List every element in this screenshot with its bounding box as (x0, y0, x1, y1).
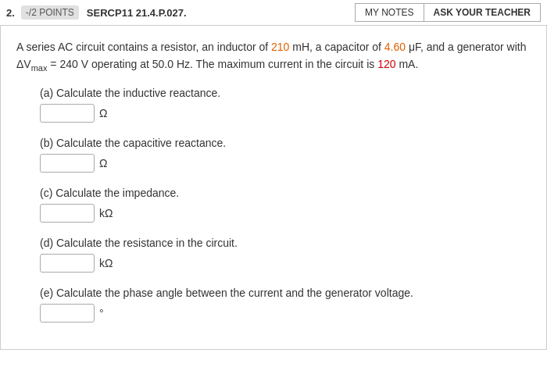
part-b-input-row: Ω (40, 154, 531, 173)
problem-id: SERCP11 21.4.P.027. (87, 7, 355, 19)
part-a-unit: Ω (99, 107, 107, 119)
part-c-label: (c) Calculate the impedance. (40, 187, 531, 199)
part-e: (e) Calculate the phase angle between th… (40, 287, 531, 323)
part-a-label: (a) Calculate the inductive reactance. (40, 87, 531, 99)
capacitor-value: 4.60 (384, 41, 406, 53)
part-a-input-row: Ω (40, 104, 531, 123)
part-d-input-row: kΩ (40, 254, 531, 273)
part-c-unit: kΩ (99, 207, 113, 219)
part-c: (c) Calculate the impedance. kΩ (40, 187, 531, 223)
part-d: (d) Calculate the resistance in the circ… (40, 237, 531, 273)
part-c-input[interactable] (40, 204, 95, 223)
part-b-input[interactable] (40, 154, 95, 173)
part-e-input-row: ° (40, 304, 531, 323)
text-middle: = 240 V operating at 50.0 Hz. The maximu… (47, 58, 377, 70)
problem-number: 2. (6, 7, 15, 19)
part-b: (b) Calculate the capacitive reactance. … (40, 137, 531, 173)
top-bar: 2. -/2 POINTS SERCP11 21.4.P.027. MY NOT… (0, 0, 547, 26)
part-c-input-row: kΩ (40, 204, 531, 223)
content-area: A series AC circuit contains a resistor,… (0, 26, 547, 350)
current-value: 120 (377, 58, 395, 70)
part-d-label: (d) Calculate the resistance in the circ… (40, 237, 531, 249)
points-badge: -/2 POINTS (21, 5, 79, 20)
part-d-input[interactable] (40, 254, 95, 273)
my-notes-button[interactable]: MY NOTES (355, 3, 423, 22)
part-e-input[interactable] (40, 304, 95, 323)
part-e-unit: ° (99, 307, 104, 319)
part-a-input[interactable] (40, 104, 95, 123)
inductor-unit: mH, a capacitor of (289, 41, 384, 53)
problem-text-before: A series AC circuit contains a resistor,… (16, 41, 271, 53)
part-e-label: (e) Calculate the phase angle between th… (40, 287, 531, 299)
current-unit: mA. (396, 58, 419, 70)
part-d-unit: kΩ (99, 257, 113, 269)
problem-text: A series AC circuit contains a resistor,… (16, 38, 531, 76)
part-b-label: (b) Calculate the capacitive reactance. (40, 137, 531, 149)
ask-teacher-button[interactable]: ASK YOUR TEACHER (424, 3, 541, 22)
part-b-unit: Ω (99, 157, 107, 169)
max-subscript: max (31, 63, 48, 73)
top-right-buttons: MY NOTES ASK YOUR TEACHER (355, 3, 541, 22)
part-a: (a) Calculate the inductive reactance. Ω (40, 87, 531, 123)
inductor-value: 210 (271, 41, 289, 53)
